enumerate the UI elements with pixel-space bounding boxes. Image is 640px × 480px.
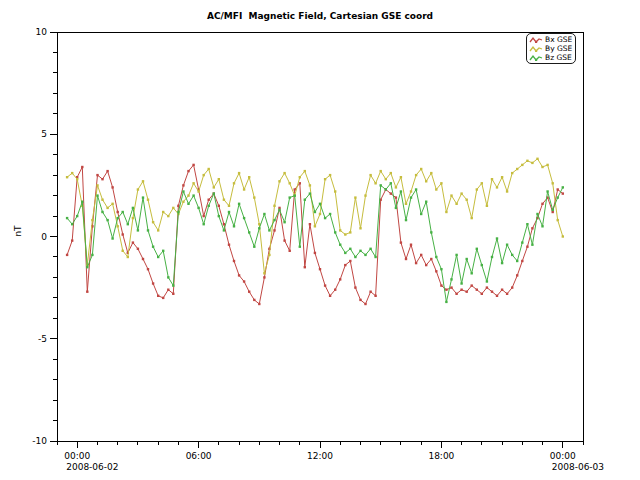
- legend-line-sample-icon: [529, 45, 543, 53]
- legend-label: Bz GSE: [545, 53, 572, 62]
- y-tick-label: 0: [41, 232, 47, 242]
- y-tick-label: 5: [41, 129, 47, 139]
- magnetic-field-chart: AC/MFI Magnetic Field, Cartesian GSE coo…: [0, 0, 640, 480]
- x-tick-label: 18:00: [428, 451, 454, 461]
- legend-label: Bx GSE: [545, 35, 572, 44]
- x-tick-label: 00:00: [64, 451, 90, 461]
- legend: Bx GSEBy GSEBz GSE: [526, 33, 576, 64]
- legend-line-sample-icon: [529, 54, 543, 62]
- y-tick-label: 10: [36, 27, 48, 37]
- legend-line-sample-icon: [529, 36, 543, 44]
- x-tick-label: 06:00: [186, 451, 212, 461]
- x-tick-label: 12:00: [307, 451, 333, 461]
- y-tick-label: -10: [32, 436, 47, 446]
- x-tick-label: 00:00: [550, 451, 576, 461]
- legend-entry-bz-gse: Bz GSE: [529, 53, 572, 62]
- x-tick-date-label: 2008-06-02: [66, 462, 118, 472]
- y-tick-label: -5: [38, 334, 47, 344]
- legend-label: By GSE: [545, 44, 572, 53]
- x-tick-date-label: 2008-06-03: [552, 462, 604, 472]
- legend-entry-by-gse: By GSE: [529, 44, 572, 53]
- legend-entry-bx-gse: Bx GSE: [529, 35, 572, 44]
- series-bz-gse: [66, 182, 564, 303]
- plot-svg: 1050-5-1000:002008-06-0206:0012:0018:000…: [0, 0, 640, 480]
